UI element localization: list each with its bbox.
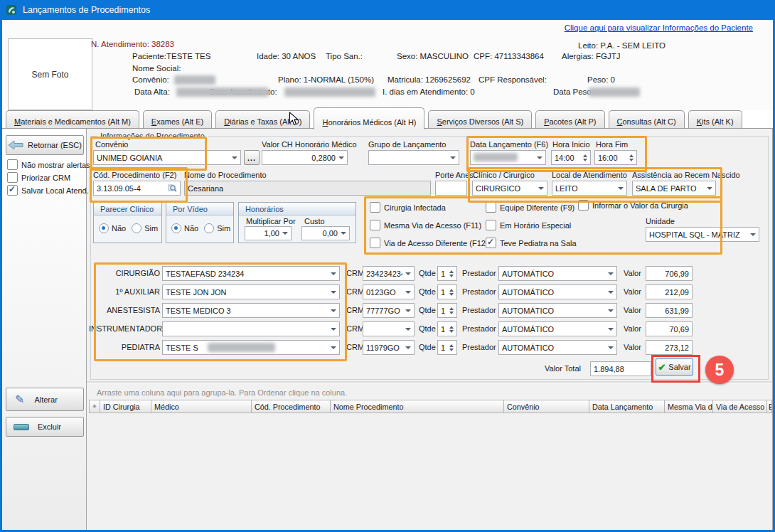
convenio-combobox[interactable]: UNIMED GOIANIA xyxy=(93,150,241,165)
radio-video-sim[interactable] xyxy=(204,223,214,233)
hora-fim-spinner[interactable]: 16:00 xyxy=(594,150,637,165)
spinner-arrows-icon[interactable] xyxy=(449,289,454,296)
convenio-more-button[interactable]: ... xyxy=(244,150,260,165)
flag-teve-pediatra-na-sala[interactable]: Teve Pediatra na Sala xyxy=(486,238,577,248)
anestesista-valor-field[interactable]: 631,99 xyxy=(646,303,693,318)
option-salvar-local-atend[interactable]: Salvar Local Atend. xyxy=(7,185,89,196)
redacted-insurance-value xyxy=(174,75,215,85)
tab-pacotes[interactable]: Pacotes (Alt P) xyxy=(535,110,604,129)
porte-anes-field[interactable] xyxy=(435,181,467,196)
anestesista-qtde-spinner[interactable]: 1 xyxy=(437,303,457,318)
flag-cirurgia-infectada[interactable]: Cirurgia Infectada xyxy=(370,202,446,213)
save-button[interactable]: ✔ Salvar xyxy=(656,358,693,376)
chevron-down-icon xyxy=(405,272,411,275)
cirurgiao-crm-combobox[interactable]: 2342342340 xyxy=(363,266,415,281)
checkbox[interactable] xyxy=(370,202,380,213)
local-atendimento-combobox[interactable]: LEITO xyxy=(552,181,627,196)
cirurgiao-valor-field[interactable]: 706,99 xyxy=(646,266,693,281)
pediatra-crm-combobox[interactable]: 11979GO xyxy=(363,340,415,355)
grid-col-data-lancamento[interactable]: Data Lançamento xyxy=(589,400,665,413)
delete-button[interactable]: Excluir xyxy=(6,417,84,437)
return-button[interactable]: Retornar (ESC) xyxy=(6,135,84,155)
auxiliar-name-combobox[interactable]: TESTE JON JON xyxy=(162,284,340,299)
checkbox[interactable] xyxy=(578,200,589,211)
cirurgiao-qtde-spinner[interactable]: 1 xyxy=(437,266,457,281)
tab-materiais-e-medicamentos[interactable]: Materiais e Medicamentos (Alt M) xyxy=(6,110,139,129)
checkbox[interactable] xyxy=(7,185,18,196)
hora-inicio-spinner[interactable]: 14:00 xyxy=(551,150,591,165)
grid-col-convenio[interactable]: Convênio xyxy=(504,400,589,413)
checkbox[interactable] xyxy=(370,220,380,230)
patient-info-link[interactable]: Clique aqui para visualizar Informações … xyxy=(565,23,753,32)
custo-combobox[interactable]: 0,00 xyxy=(301,226,350,240)
pediatra-valor-field[interactable]: 273,12 xyxy=(646,340,693,355)
instrumentador-crm-combobox[interactable] xyxy=(363,321,415,336)
option-nao-mostrar-alertas[interactable]: Não mostrar alertas xyxy=(7,159,90,170)
tab-bar: Materiais e Medicamentos (Alt M) Exames … xyxy=(2,110,773,129)
search-icon[interactable] xyxy=(168,183,177,193)
spinner-arrows-icon[interactable] xyxy=(583,154,587,161)
checkbox[interactable] xyxy=(7,172,18,183)
cod-procedimento-field[interactable]: 3.13.09.05-4 xyxy=(93,181,181,196)
spinner-arrows-icon[interactable] xyxy=(449,326,454,333)
tab-consultas[interactable]: Consultas (Alt C) xyxy=(609,110,685,129)
unidade-combobox[interactable]: HOSPITAL SQL - MATRIZ xyxy=(646,227,759,242)
tab-servicos-diversos[interactable]: Serviços Diversos (Alt S) xyxy=(428,110,532,129)
instrumentador-qtde-spinner[interactable]: 1 xyxy=(437,321,457,336)
tab-diarias-e-taxas[interactable]: Diárias e Taxas (Alt D) xyxy=(215,110,310,129)
anestesista-crm-combobox[interactable]: 77777GO xyxy=(363,303,415,318)
option-priorizar-crm[interactable]: Priorizar CRM xyxy=(7,172,70,183)
checkbox[interactable] xyxy=(370,238,380,248)
valor-ch-label: Valor CH Honorário Médico xyxy=(262,140,357,149)
instrumentador-valor-field[interactable]: 70,69 xyxy=(646,321,693,336)
role-label: INSTRUMENTADOR xyxy=(89,324,160,333)
multiplicar-por-combobox[interactable]: 1,00 xyxy=(245,226,292,240)
flag-informar-valor-cirurgia[interactable]: Informar o Valor da Cirurgia xyxy=(578,200,688,211)
radio-parecer-sim[interactable] xyxy=(132,223,141,233)
spinner-arrows-icon[interactable] xyxy=(629,154,634,161)
instrumentador-prestador-combobox[interactable]: AUTOMÁTICO xyxy=(498,321,617,336)
auxiliar-valor-field[interactable]: 212,09 xyxy=(646,284,693,299)
grid-col-via-de-acesso[interactable]: Via de Acesso xyxy=(713,400,767,413)
edit-button[interactable]: ✎ Alterar xyxy=(6,388,84,411)
cirurgiao-prestador-combobox[interactable]: AUTOMÁTICO xyxy=(498,266,617,281)
tab-exames[interactable]: Exames (Alt E) xyxy=(143,110,212,129)
grupo-lancamento-combobox[interactable] xyxy=(368,150,459,165)
flag-equipe-diferente[interactable]: Equipe Diferente (F9) xyxy=(486,202,574,213)
checkbox[interactable] xyxy=(486,202,496,213)
checkbox[interactable] xyxy=(7,159,18,170)
grid-col-id-cirurgia[interactable]: ID Cirurgia xyxy=(100,400,151,413)
flag-mesma-via-acesso[interactable]: Mesma Via de Acesso (F11) xyxy=(370,220,481,230)
auxiliar-qtde-spinner[interactable]: 1 xyxy=(437,284,457,299)
grid-col-medico[interactable]: Médico xyxy=(151,400,252,413)
pediatra-qtde-spinner[interactable]: 1 xyxy=(437,340,457,355)
tab-kits[interactable]: Kits (Alt K) xyxy=(688,110,742,129)
assistencia-combobox[interactable]: SALA DE PARTO xyxy=(632,181,716,196)
cirurgiao-name-combobox[interactable]: TESTAEFASD 234234 xyxy=(162,266,340,281)
anestesista-name-combobox[interactable]: TESTE MEDICO 3 xyxy=(162,303,340,318)
grid-col-nome-procedimento[interactable]: Nome Procedimento xyxy=(331,400,504,413)
clinico-cirurgico-combobox[interactable]: CIRURGICO xyxy=(472,181,547,196)
spinner-arrows-icon[interactable] xyxy=(449,307,454,314)
valor-ch-combobox[interactable]: 0,2800 xyxy=(262,150,348,165)
pediatra-prestador-combobox[interactable]: AUTOMÁTICO xyxy=(498,340,617,355)
radio-parecer-nao[interactable] xyxy=(99,223,109,233)
spinner-arrows-icon[interactable] xyxy=(449,344,454,351)
auxiliar-crm-combobox[interactable]: 0123GO xyxy=(363,284,415,299)
spinner-arrows-icon[interactable] xyxy=(449,270,454,277)
checkbox[interactable] xyxy=(486,238,496,248)
flag-em-horario-especial[interactable]: Em Horário Especial xyxy=(486,220,571,230)
radio-video-nao[interactable] xyxy=(171,223,181,233)
grid-col-mesma-via[interactable]: Mesma Via de Acesso xyxy=(665,400,713,413)
anestesista-prestador-combobox[interactable]: AUTOMÁTICO xyxy=(498,303,617,318)
grid-col-clipped[interactable]: E xyxy=(767,400,772,413)
flag-via-acesso-diferente[interactable]: Via de Acesso Diferente (F12) xyxy=(370,238,488,248)
auxiliar-prestador-combobox[interactable]: AUTOMÁTICO xyxy=(498,284,617,299)
qtde-label: Qtde xyxy=(419,324,436,333)
checkbox[interactable] xyxy=(486,220,496,230)
chevron-down-icon xyxy=(232,156,237,159)
instrumentador-name-combobox[interactable] xyxy=(162,321,340,336)
tab-honorarios-medicos[interactable]: Honorários Médicos (Alt H) xyxy=(314,107,424,129)
chevron-down-icon xyxy=(608,346,614,349)
grid-col-cod-procedimento[interactable]: Cód. Procedimento xyxy=(252,400,331,413)
